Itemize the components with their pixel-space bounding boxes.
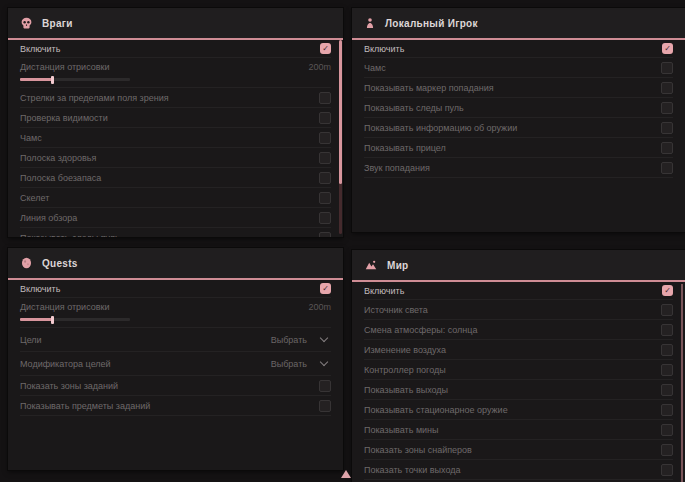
row-toggle[interactable]: Включить✓ [20,40,331,58]
row-label: Показывать следы пуль [20,233,120,238]
checkbox[interactable]: ✓ [662,285,673,296]
row-toggle[interactable]: Показывать выходы [364,380,673,400]
checkbox[interactable] [661,364,673,376]
row-label: Показывать следы пуль [364,103,464,113]
checkbox[interactable] [661,424,673,436]
row-toggle[interactable]: Показывать следы пуль [20,228,331,237]
panel-quests: Quests Включить✓Дистанция отрисовки200mЦ… [8,248,343,470]
chevron-down-icon[interactable] [320,358,328,366]
row-toggle[interactable]: Показывать мины [364,420,673,440]
checkbox[interactable] [661,82,673,94]
row-toggle[interactable]: Источник света [364,300,673,320]
checkbox[interactable] [319,212,331,224]
dropdown-value: Выбрать [271,359,307,369]
row-toggle[interactable]: Стрелки за пределами поля зрения [20,88,331,108]
row-toggle[interactable]: Проверка видимости [20,108,331,128]
checkbox[interactable] [661,384,673,396]
checkbox[interactable] [661,62,673,74]
slider[interactable] [20,78,130,81]
row-dropdown[interactable]: ЦелиВыбрать [20,328,331,352]
panel-title: Локальный Игрок [385,18,478,29]
row-toggle[interactable]: Включить✓ [364,40,673,58]
row-toggle[interactable]: Показывать стационарное оружие [364,400,673,420]
row-toggle[interactable]: Линия обзора [20,208,331,228]
row-toggle[interactable]: Изменение воздуха [364,340,673,360]
panel-title: Quests [42,258,78,269]
row-label: Показать зоны заданий [20,381,118,391]
checkbox[interactable] [661,162,673,174]
checkbox[interactable] [319,112,331,124]
row-label: Контроллер погоды [364,365,446,375]
panel-header[interactable]: Локальный Игрок [352,8,685,40]
checkbox[interactable] [319,172,331,184]
row-toggle[interactable]: Чамс [20,128,331,148]
row-label: Смена атмосферы: солнца [364,325,477,335]
quest-icon [20,256,33,270]
checkbox[interactable] [661,344,673,356]
slider[interactable] [20,318,130,321]
row-dropdown[interactable]: Модификатора целейВыбрать [20,352,331,376]
checkbox[interactable] [319,92,331,104]
person-icon [364,17,376,30]
row-toggle[interactable]: Звук попадания [364,158,673,178]
row-slider[interactable]: Дистанция отрисовки200m [20,58,331,88]
row-label: Источник света [364,305,428,315]
checkbox[interactable] [319,380,331,392]
row-label: Звук попадания [364,163,430,173]
checkbox[interactable] [661,142,673,154]
row-label: Чамс [20,133,42,143]
checkbox[interactable] [319,132,331,144]
checkbox[interactable] [661,324,673,336]
row-toggle[interactable]: Показать зоны заданий [20,376,331,396]
row-label: Показывать маркер попадания [364,83,494,93]
checkbox[interactable]: ✓ [320,283,331,294]
row-toggle[interactable]: Включить✓ [20,280,331,298]
scrollbar[interactable] [339,40,342,234]
scrollbar-thumb[interactable] [681,284,683,482]
row-label: Дистанция отрисовки [20,302,110,312]
checkbox[interactable] [319,232,331,238]
row-label: Включить [20,44,60,54]
checkbox[interactable] [661,102,673,114]
checkbox[interactable] [661,404,673,416]
row-toggle[interactable]: Контроллер погоды [364,360,673,380]
chevron-down-icon[interactable] [320,334,328,342]
panel-header[interactable]: Quests [8,248,343,280]
checkbox[interactable]: ✓ [320,43,331,54]
slider-knob[interactable] [51,76,54,84]
checkbox[interactable] [661,464,673,476]
scrollbar[interactable] [681,284,683,482]
panel-header[interactable]: Враги [8,8,343,40]
row-toggle[interactable]: Включить✓ [364,282,673,300]
checkbox[interactable] [319,152,331,164]
row-toggle[interactable]: Полоска боезапаса [20,168,331,188]
row-label: Включить [20,284,60,294]
row-toggle[interactable]: Показать точки выхода [364,460,673,480]
panel-header[interactable]: Мир [352,250,685,282]
panel-title: Враги [42,18,73,29]
row-toggle[interactable]: Полоска здоровья [20,148,331,168]
row-label: Показывать выходы [364,385,448,395]
row-label: Модификатора целей [20,359,111,369]
row-toggle[interactable]: Показывать предметы заданий [20,396,331,416]
row-slider[interactable]: Дистанция отрисовки200m [20,298,331,328]
checkbox[interactable] [319,400,331,412]
row-toggle[interactable]: Показывать маркер попадания [364,78,673,98]
checkbox[interactable] [661,444,673,456]
checkbox[interactable] [661,122,673,134]
scrollbar-thumb[interactable] [339,40,342,184]
row-toggle[interactable]: Показывать прицел [364,138,673,158]
row-toggle[interactable]: Показывать следы пуль [364,98,673,118]
row-toggle[interactable]: Чамс [364,58,673,78]
checkbox[interactable] [319,192,331,204]
checkbox[interactable]: ✓ [662,43,673,54]
row-toggle[interactable]: Скелет [20,188,331,208]
row-label: Линия обзора [20,213,77,223]
row-label: Скелет [20,193,49,203]
checkbox[interactable] [661,304,673,316]
row-toggle[interactable]: Смена атмосферы: солнца [364,320,673,340]
panel-body: Включить✓ЧамсПоказывать маркер попадания… [352,40,685,178]
slider-knob[interactable] [51,316,54,324]
row-toggle[interactable]: Показывать информацию об оружии [364,118,673,138]
row-toggle[interactable]: Показать зоны снайперов [364,440,673,460]
